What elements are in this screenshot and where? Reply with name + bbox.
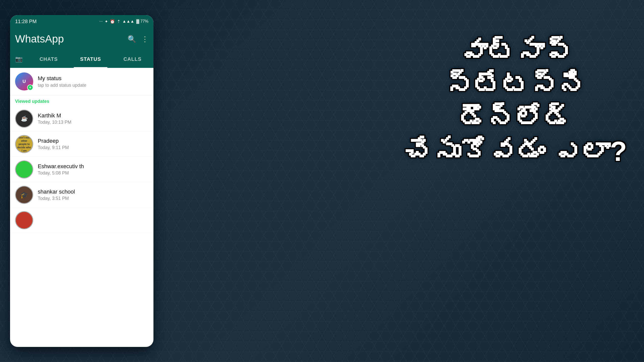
camera-tab[interactable]: 📷 <box>10 50 28 68</box>
list-item[interactable] <box>10 208 153 233</box>
bluetooth-icon: ✦ <box>105 19 108 24</box>
status-bar: 11:28 PM ··· ✦ ⏰ ⇡ ▲▲▲ ▓ 77% <box>10 15 153 28</box>
shankar-time: Today, 3:51 PM <box>38 196 148 201</box>
battery-icon: ▓ 77% <box>136 19 148 24</box>
pradeep-name: Pradeep <box>38 138 148 144</box>
karthik-avatar: ☕ <box>15 110 33 128</box>
shankar-name: shankar school <box>38 189 148 195</box>
signal-dots-icon: ··· <box>99 19 103 24</box>
pradeep-time: Today, 9:11 PM <box>38 145 148 150</box>
list-item[interactable]: Eshwar.executiv th Today, 5:08 PM <box>10 157 153 182</box>
content-area: U + My status tap to add status update V… <box>10 68 153 233</box>
tab-bar: 📷 CHATS STATUS CALLS <box>10 50 153 68</box>
eshwar-time: Today, 5:08 PM <box>38 170 148 176</box>
shankar-avatar-icon: 🎓 <box>20 191 28 199</box>
my-status-sub: tap to add status update <box>38 83 148 88</box>
telugu-line-2: స్టేటస్ని డౌన్లోడ్ <box>403 68 629 135</box>
header-icons: 🔍 ⋮ <box>128 35 148 43</box>
my-status-avatar-container: U + <box>15 72 33 90</box>
tab-status[interactable]: STATUS <box>70 50 112 68</box>
karthik-name: Karthik M <box>38 112 148 119</box>
app-title: WhatsApp <box>15 33 64 45</box>
more-options-icon[interactable]: ⋮ <box>141 35 148 43</box>
whatsapp-header: WhatsApp 🔍 ⋮ <box>10 28 153 50</box>
list-item[interactable]: I don't want other people to decide who … <box>10 131 153 157</box>
calls-tab-label: CALLS <box>124 56 142 62</box>
add-status-badge[interactable]: + <box>27 84 33 90</box>
search-icon[interactable]: 🔍 <box>128 35 136 43</box>
partial-avatar <box>15 211 33 229</box>
tab-chats[interactable]: CHATS <box>28 50 70 68</box>
chats-tab-label: CHATS <box>39 56 58 62</box>
shankar-info: shankar school Today, 3:51 PM <box>38 189 148 201</box>
karthik-time: Today, 10:13 PM <box>38 120 148 125</box>
pradeep-avatar-text: I don't want other people to decide who … <box>17 136 31 152</box>
telugu-line-3: చేసుకోవడం ఎలా? <box>403 135 629 168</box>
list-item[interactable]: 🎓 shankar school Today, 3:51 PM <box>10 182 153 208</box>
eshwar-avatar <box>15 160 33 178</box>
telugu-line-1: వాట్సాప్ <box>403 35 629 68</box>
eshwar-name: Eshwar.executiv th <box>38 163 148 170</box>
phone-frame: 11:28 PM ··· ✦ ⏰ ⇡ ▲▲▲ ▓ 77% WhatsApp 🔍 … <box>10 15 153 347</box>
telugu-overlay: వాట్సాప్ స్టేటస్ని డౌన్లోడ్ చేసుకోవడం ఎల… <box>403 35 629 168</box>
tab-calls[interactable]: CALLS <box>111 50 153 68</box>
status-icons: ··· ✦ ⏰ ⇡ ▲▲▲ ▓ 77% <box>99 19 148 24</box>
signal-bars-icon: ▲▲▲ <box>122 19 134 24</box>
wifi-icon: ⇡ <box>117 19 120 24</box>
my-status-name: My status <box>38 75 148 82</box>
shankar-avatar: 🎓 <box>15 186 33 204</box>
camera-icon: 📷 <box>15 56 23 63</box>
list-item[interactable]: ☕ Karthik M Today, 10:13 PM <box>10 106 153 131</box>
my-status-info: My status tap to add status update <box>38 75 148 88</box>
status-tab-label: STATUS <box>80 56 101 62</box>
my-avatar-initials: U <box>23 79 26 84</box>
pradeep-avatar: I don't want other people to decide who … <box>15 135 33 153</box>
karthik-info: Karthik M Today, 10:13 PM <box>38 112 148 125</box>
alarm-icon: ⏰ <box>110 19 115 24</box>
my-status-row[interactable]: U + My status tap to add status update <box>10 68 153 95</box>
partial-info <box>38 220 148 221</box>
karthik-avatar-icon: ☕ <box>21 115 28 122</box>
pradeep-info: Pradeep Today, 9:11 PM <box>38 138 148 150</box>
eshwar-info: Eshwar.executiv th Today, 5:08 PM <box>38 163 148 176</box>
status-time: 11:28 PM <box>15 19 37 24</box>
viewed-updates-header: Viewed updates <box>10 95 153 106</box>
